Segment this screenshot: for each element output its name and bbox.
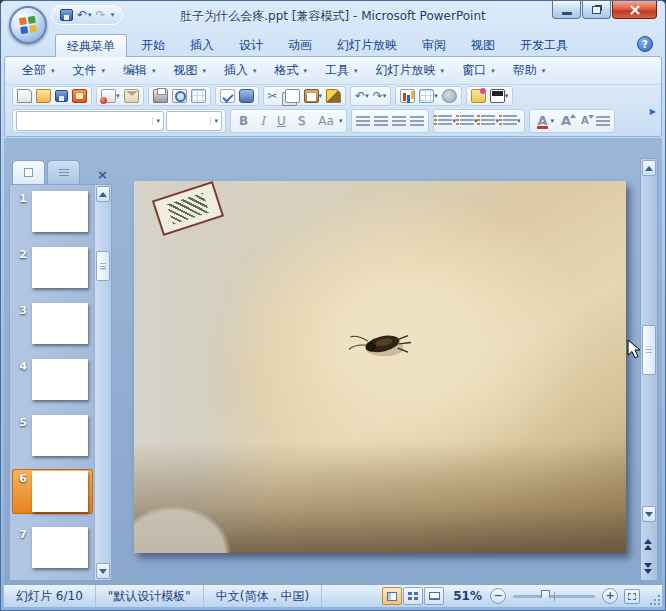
font-size-combo[interactable]: ▾ — [166, 111, 222, 131]
slide-row-3[interactable]: 3 — [12, 301, 93, 346]
scroll-up-button[interactable] — [642, 160, 656, 176]
slide-4-thumbnail[interactable] — [32, 359, 88, 400]
paste-button[interactable]: ▾ — [303, 89, 324, 103]
font-color-button[interactable]: A▾ — [533, 111, 555, 131]
scroll-thumb[interactable] — [642, 325, 656, 375]
undo-button[interactable]: ↶▾ — [77, 8, 92, 22]
open-button[interactable] — [35, 89, 52, 103]
menu-all[interactable]: 全部▾ — [13, 62, 64, 79]
office-button[interactable] — [9, 6, 47, 44]
menu-insert[interactable]: 插入▾ — [215, 62, 266, 79]
toolbar-overflow-button[interactable]: ▶ — [650, 107, 656, 117]
tab-insert[interactable]: 插入 — [179, 34, 225, 57]
tab-view[interactable]: 视图 — [460, 34, 506, 57]
slide-canvas[interactable] — [134, 181, 626, 553]
menu-window[interactable]: 窗口▾ — [453, 62, 504, 79]
increase-indent-button[interactable] — [595, 116, 611, 127]
photo-album-button[interactable] — [470, 89, 487, 103]
minimize-button[interactable] — [552, 1, 581, 19]
tab-classic-menu[interactable]: 经典菜单 — [55, 34, 127, 57]
bullets-button[interactable]: ▾ — [502, 115, 522, 127]
menu-view[interactable]: 视图▾ — [165, 62, 216, 79]
tab-design[interactable]: 设计 — [228, 34, 274, 57]
zoom-in-button[interactable]: + — [602, 588, 618, 604]
zoom-slider-thumb[interactable] — [541, 590, 550, 602]
save-button-2[interactable] — [54, 90, 69, 102]
font-name-combo[interactable]: ▾ — [16, 111, 164, 131]
next-slide-button[interactable] — [644, 563, 652, 574]
menu-help[interactable]: 帮助▾ — [504, 62, 555, 79]
slide-row-2[interactable]: 2 — [12, 245, 93, 290]
menu-edit[interactable]: 编辑▾ — [114, 62, 165, 79]
undo-button-2[interactable]: ↶▾ — [354, 89, 370, 103]
copy-button[interactable] — [281, 89, 301, 103]
zoom-level[interactable]: 51% — [445, 589, 490, 603]
fit-to-window-button[interactable] — [624, 589, 640, 604]
justify-button[interactable] — [409, 116, 425, 127]
bold-button[interactable]: B — [234, 110, 253, 132]
menu-tools[interactable]: 工具▾ — [316, 62, 367, 79]
change-case-button[interactable]: Aa▾ — [312, 110, 343, 132]
previous-slide-button[interactable] — [644, 539, 652, 550]
normal-view-button[interactable] — [382, 587, 402, 605]
grow-font-button[interactable]: A — [557, 111, 575, 131]
slide-sorter-view-button[interactable] — [403, 587, 423, 605]
menu-file[interactable]: 文件▾ — [64, 62, 115, 79]
sidebar-scrollbar[interactable] — [94, 185, 111, 580]
line-spacing-button[interactable]: ▾ — [437, 115, 457, 127]
underline-button[interactable]: U — [272, 110, 291, 132]
format-painter-button[interactable] — [325, 89, 342, 103]
slide-2-thumbnail[interactable] — [32, 247, 88, 288]
sidebar-scroll-down-button[interactable] — [96, 563, 110, 579]
language-status[interactable]: 中文(简体，中国) — [204, 585, 322, 607]
tab-animation[interactable]: 动画 — [277, 34, 323, 57]
email-button[interactable] — [123, 89, 140, 103]
insert-table-button[interactable]: ▾ — [418, 89, 439, 103]
redo-button[interactable]: ↷ — [96, 8, 106, 22]
redo-button-2[interactable]: ↷▾ — [372, 89, 388, 103]
close-pane-button[interactable]: × — [97, 167, 112, 184]
text-direction-button[interactable]: ▾ — [459, 115, 479, 127]
save-as-show-button[interactable] — [71, 89, 88, 103]
customize-qat-button[interactable]: ▾ — [110, 11, 115, 19]
hyperlink-button[interactable] — [441, 89, 458, 103]
sidebar-scroll-thumb[interactable] — [96, 251, 110, 281]
shrink-font-button[interactable]: A — [577, 111, 593, 131]
tab-developer[interactable]: 开发工具 — [509, 34, 579, 57]
insert-chart-button[interactable] — [399, 89, 416, 103]
text-shadow-button[interactable]: S — [293, 110, 311, 132]
zoom-out-button[interactable]: − — [490, 588, 506, 604]
align-center-button[interactable] — [373, 116, 389, 127]
save-button[interactable] — [60, 9, 73, 21]
restore-button[interactable] — [582, 1, 611, 19]
scroll-down-button[interactable] — [642, 506, 656, 522]
slide-row-7[interactable]: 7 — [12, 525, 93, 570]
slide-7-thumbnail[interactable] — [32, 527, 88, 568]
page-setup-button[interactable] — [190, 89, 207, 103]
print-button[interactable] — [152, 89, 169, 103]
design-template-status[interactable]: "默认设计模板" — [96, 585, 204, 607]
slide-layout-button[interactable]: ▾ — [489, 89, 510, 103]
zoom-slider[interactable] — [513, 595, 595, 598]
slide-row-1[interactable]: 1 — [12, 189, 93, 234]
outline-pane-tab[interactable] — [47, 160, 80, 184]
help-button[interactable]: ? — [637, 36, 653, 52]
italic-button[interactable]: I — [255, 110, 270, 132]
cut-button[interactable]: ✂ — [267, 89, 279, 103]
new-button[interactable] — [16, 89, 33, 103]
slide-3-thumbnail[interactable] — [32, 303, 88, 344]
close-button[interactable] — [612, 1, 657, 19]
slide-1-thumbnail[interactable] — [32, 191, 88, 232]
align-right-button[interactable] — [391, 116, 407, 127]
slide-row-5[interactable]: 5 — [12, 413, 93, 458]
slideshow-view-button[interactable] — [424, 587, 444, 605]
tab-home[interactable]: 开始 — [130, 34, 176, 57]
slide-6-thumbnail[interactable] — [32, 471, 88, 512]
slides-pane-tab[interactable] — [12, 160, 45, 184]
research-button[interactable] — [238, 89, 255, 103]
align-left-button[interactable] — [355, 116, 371, 127]
slide-row-6-selected[interactable]: 6 — [12, 469, 93, 514]
slide-5-thumbnail[interactable] — [32, 415, 88, 456]
sidebar-scroll-up-button[interactable] — [96, 186, 110, 202]
menu-slideshow[interactable]: 幻灯片放映▾ — [367, 62, 454, 79]
